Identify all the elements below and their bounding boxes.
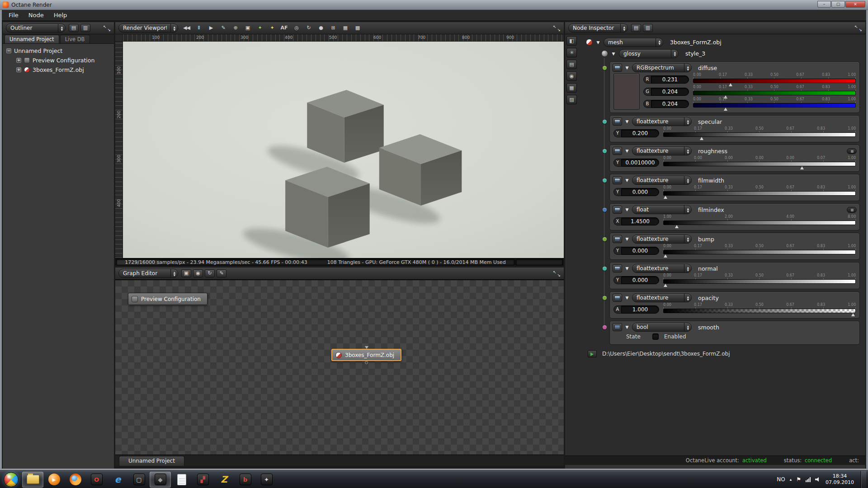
collapse-icon[interactable]: − bbox=[6, 48, 11, 53]
pause-render-icon[interactable]: Ⅱ bbox=[193, 23, 204, 33]
bump-Y-slider[interactable]: 0.000.170.330.500.670.831.00 bbox=[663, 244, 856, 258]
normal-Y-slider[interactable]: 0.000.170.330.500.670.831.00 bbox=[663, 273, 856, 287]
texture-icon[interactable] bbox=[613, 64, 622, 72]
spinner-icon[interactable]: ▲▼ bbox=[671, 50, 678, 58]
tray-expand-icon[interactable]: ▴ bbox=[790, 477, 792, 482]
node-type-dropdown[interactable]: floattexture▲▼ bbox=[632, 176, 692, 185]
collapse-arrow-icon[interactable]: ▼ bbox=[625, 325, 629, 329]
tree-item[interactable]: −Unnamed Project bbox=[3, 46, 114, 56]
render-view[interactable] bbox=[123, 42, 564, 258]
minimize-button[interactable]: – bbox=[817, 1, 831, 8]
pin-bump[interactable] bbox=[603, 237, 607, 241]
copy-image-icon[interactable]: ▣ bbox=[242, 23, 253, 33]
start-render-icon[interactable]: ▶ bbox=[206, 23, 216, 33]
smooth-checkbox[interactable] bbox=[652, 333, 659, 340]
taskbar-media-player[interactable]: ▶ bbox=[43, 472, 65, 488]
pen-tool-icon[interactable]: ✎ bbox=[218, 23, 228, 33]
expand-graph-icon[interactable]: ↖↘ bbox=[553, 270, 561, 277]
slider-marker-icon[interactable] bbox=[664, 196, 667, 199]
monitor-icon[interactable]: ▤ bbox=[566, 60, 577, 69]
image-icon[interactable]: ▦ bbox=[566, 83, 577, 93]
restart-render-icon[interactable]: ◀◀ bbox=[181, 23, 192, 33]
collapse-arrow-icon[interactable]: ▼ bbox=[611, 52, 616, 56]
film-settings-icon[interactable]: ⊞ bbox=[328, 23, 338, 33]
collapse-arrow-icon[interactable]: ▼ bbox=[625, 237, 629, 241]
expand-viewport-icon[interactable]: ↖↘ bbox=[553, 25, 561, 32]
pin-opacity[interactable] bbox=[603, 296, 607, 300]
roughness-Y-value-field[interactable]: 0.0010000 bbox=[621, 159, 659, 167]
material-type-dropdown[interactable]: glossy ▲▼ bbox=[619, 49, 679, 58]
tab-unnamed-project[interactable]: Unnamed Project bbox=[5, 35, 59, 43]
collapse-arrow-icon[interactable]: ▼ bbox=[625, 207, 629, 212]
pin-filmindex[interactable] bbox=[603, 208, 607, 212]
spinner-icon[interactable]: ▲▼ bbox=[684, 206, 691, 214]
outliner-selector[interactable]: Outliner ▲▼ bbox=[6, 23, 66, 33]
output-pin-icon[interactable] bbox=[365, 361, 368, 364]
node-type-dropdown[interactable]: floattexture▲▼ bbox=[632, 293, 692, 302]
collapse-arrow-icon[interactable]: ▼ bbox=[625, 296, 629, 300]
orbit-camera-icon[interactable]: ↻ bbox=[303, 23, 314, 33]
spinner-icon[interactable]: ▲▼ bbox=[684, 294, 691, 302]
slider-marker-icon[interactable] bbox=[800, 166, 804, 169]
refresh-icon[interactable]: ↻ bbox=[205, 269, 215, 277]
node-type-dropdown[interactable]: RGBspectrum▲▼ bbox=[632, 63, 692, 72]
spinner-icon[interactable]: ▲▼ bbox=[684, 235, 691, 243]
pin-smooth[interactable] bbox=[603, 325, 607, 329]
pin-filmwidth[interactable] bbox=[603, 178, 607, 183]
inspector-selector[interactable]: Node Inspector ▲▼ bbox=[568, 23, 628, 33]
expand-inspector-icon[interactable]: ↖↘ bbox=[854, 25, 862, 32]
graph-node[interactable]: Preview Configuration bbox=[128, 293, 208, 305]
white-balance-picker-icon[interactable]: ✦ bbox=[267, 23, 277, 33]
spinner-icon[interactable]: ▲▼ bbox=[684, 147, 691, 155]
taskbar-firefox[interactable] bbox=[65, 472, 86, 488]
slider-marker-icon[interactable] bbox=[675, 225, 679, 228]
collapse-arrow-icon[interactable]: ▼ bbox=[625, 119, 629, 124]
spinner-icon[interactable]: ▲▼ bbox=[684, 117, 691, 126]
expand-panel-icon[interactable]: ↖↘ bbox=[103, 25, 111, 32]
menu-file[interactable]: File bbox=[4, 10, 24, 20]
spinner-icon[interactable]: ▲▼ bbox=[684, 176, 691, 184]
clock[interactable]: 18:34 07.09.2010 bbox=[826, 473, 854, 486]
taskbar-opera[interactable]: O bbox=[86, 472, 107, 488]
mesh-type-dropdown[interactable]: mesh ▲▼ bbox=[604, 38, 663, 47]
diffuse-R-value-field[interactable]: 0.231 bbox=[651, 75, 689, 84]
taskbar-3b-app[interactable]: b bbox=[235, 472, 256, 488]
spinner-icon[interactable]: ▲▼ bbox=[170, 269, 178, 277]
save-render-icon[interactable]: ◉ bbox=[566, 71, 577, 81]
show-desktop-button[interactable] bbox=[861, 471, 866, 488]
spinner-icon[interactable]: ▲▼ bbox=[620, 24, 627, 32]
pin-diffuse[interactable] bbox=[603, 66, 607, 70]
menu-node[interactable]: Node bbox=[24, 10, 49, 20]
diffuse-B-slider[interactable]: 0.000.170.330.500.670.831.00 bbox=[693, 97, 856, 111]
normal-Y-value-field[interactable]: 0.000 bbox=[621, 276, 659, 284]
opacity-A-slider[interactable]: 0.000.170.330.500.670.831.00 bbox=[663, 303, 856, 316]
tree-item[interactable]: +3boxes_FormZ.obj bbox=[3, 65, 114, 75]
material-node-icon[interactable]: ◉ bbox=[193, 269, 203, 277]
start-button[interactable] bbox=[4, 472, 19, 487]
filmindex-X-slider[interactable]: 1.002.004.008.00 bbox=[663, 215, 856, 228]
diffuse-G-slider[interactable]: 0.000.170.330.500.670.831.00 bbox=[693, 85, 856, 99]
pin-normal[interactable] bbox=[603, 267, 607, 271]
language-indicator[interactable]: NO bbox=[777, 476, 785, 483]
collapse-arrow-icon[interactable]: ▼ bbox=[625, 66, 629, 70]
taskbar-image-editor[interactable]: ▞ bbox=[192, 472, 213, 488]
collapse-arrow-icon[interactable]: ▼ bbox=[625, 178, 629, 183]
texture-icon[interactable] bbox=[613, 117, 622, 126]
tab-live-db[interactable]: Live DB bbox=[60, 35, 90, 43]
taskbar-octane-lynx[interactable]: ✦ bbox=[256, 472, 277, 488]
slider-marker-icon[interactable] bbox=[851, 313, 855, 316]
pin-specular[interactable] bbox=[603, 120, 607, 124]
checker-overlay-icon[interactable]: ▩ bbox=[352, 23, 363, 33]
opacity-A-value-field[interactable]: 1.000 bbox=[621, 305, 659, 314]
maximize-button[interactable]: ▢ bbox=[831, 1, 845, 8]
collapse-arrow-icon[interactable]: ▼ bbox=[625, 266, 629, 271]
taskbar-3d-app[interactable]: ▢ bbox=[128, 472, 150, 488]
diffuse-R-slider[interactable]: 0.000.170.330.500.670.831.00 bbox=[693, 73, 856, 86]
node-type-dropdown[interactable]: bool▲▼ bbox=[632, 323, 692, 332]
viewport-selector[interactable]: Render Viewport ▲▼ bbox=[118, 23, 178, 33]
spinner-icon[interactable]: ▲▼ bbox=[684, 264, 691, 272]
save-node-icon[interactable]: ▥ bbox=[643, 24, 653, 32]
discard-image-icon[interactable]: ▨ bbox=[566, 95, 577, 104]
taskbar-explorer[interactable] bbox=[22, 472, 43, 488]
network-icon[interactable] bbox=[806, 477, 811, 482]
